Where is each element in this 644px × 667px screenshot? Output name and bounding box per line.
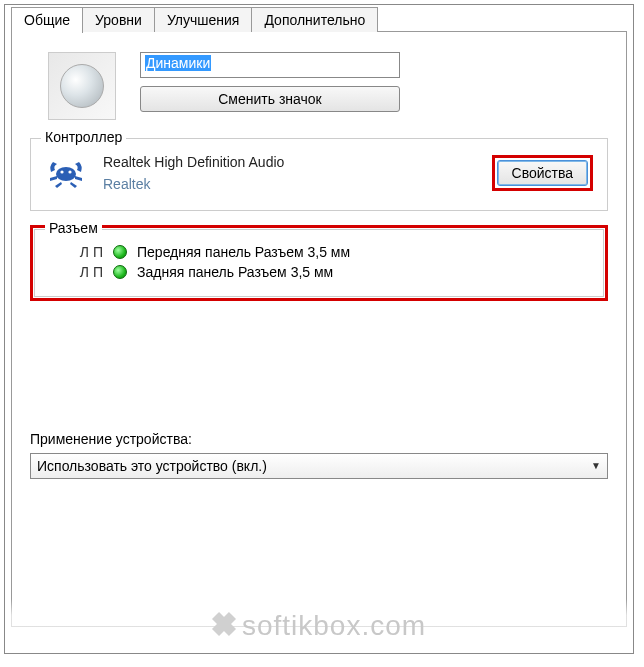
tab-levels[interactable]: Уровни <box>82 7 155 32</box>
tab-advanced[interactable]: Дополнительно <box>251 7 378 32</box>
jack-group: Разъем Л П Передняя панель Разъем 3,5 мм… <box>34 229 604 297</box>
dropdown-selected-text: Использовать это устройство (вкл.) <box>37 458 267 474</box>
highlight-jacks: Разъем Л П Передняя панель Разъем 3,5 мм… <box>30 225 608 301</box>
controller-group: Контроллер Realte <box>30 138 608 211</box>
controller-vendor: Realtek <box>103 173 476 195</box>
speaker-icon <box>48 52 116 120</box>
jack-label: Задняя панель Разъем 3,5 мм <box>137 264 333 280</box>
jack-label: Передняя панель Разъем 3,5 мм <box>137 244 350 260</box>
realtek-crab-icon <box>45 152 87 194</box>
device-header: Динамики Сменить значок <box>30 52 608 120</box>
tab-strip: Общие Уровни Улучшения Дополнительно <box>5 5 633 32</box>
jack-dot-icon <box>113 245 127 259</box>
properties-window: Общие Уровни Улучшения Дополнительно Дин… <box>4 4 634 654</box>
jack-lr-label: Л П <box>75 244 103 260</box>
tab-enhancements[interactable]: Улучшения <box>154 7 253 32</box>
jack-dot-icon <box>113 265 127 279</box>
device-name-input[interactable]: Динамики <box>140 52 400 78</box>
device-usage-dropdown[interactable]: Использовать это устройство (вкл.) ▼ <box>30 453 608 479</box>
controller-name: Realtek High Definition Audio <box>103 151 476 173</box>
jack-group-title: Разъем <box>45 220 102 236</box>
highlight-properties: Свойства <box>492 155 593 191</box>
svg-point-1 <box>60 171 63 174</box>
jack-row-front: Л П Передняя панель Разъем 3,5 мм <box>49 242 589 262</box>
tab-panel-general: Динамики Сменить значок Контроллер <box>11 31 627 627</box>
device-usage-label: Применение устройства: <box>30 431 608 447</box>
chevron-down-icon: ▼ <box>591 460 601 471</box>
controller-group-title: Контроллер <box>41 129 126 145</box>
svg-point-2 <box>68 171 71 174</box>
tab-general[interactable]: Общие <box>11 7 83 33</box>
properties-button[interactable]: Свойства <box>497 160 588 186</box>
svg-point-0 <box>56 167 76 181</box>
jack-row-rear: Л П Задняя панель Разъем 3,5 мм <box>49 262 589 282</box>
jack-lr-label: Л П <box>75 264 103 280</box>
change-icon-button[interactable]: Сменить значок <box>140 86 400 112</box>
